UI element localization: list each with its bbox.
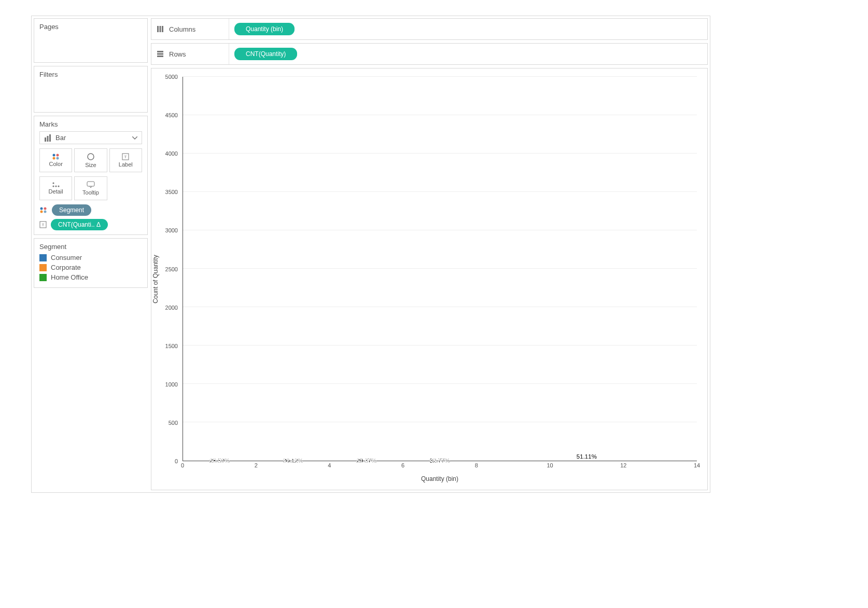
bar-label: 50.95%: [209, 458, 230, 464]
mark-type-label: Bar: [55, 134, 66, 142]
x-axis-title: Quantity (bin): [183, 475, 697, 482]
x-tick-label: 6: [401, 462, 404, 468]
svg-text:T: T: [124, 155, 127, 159]
legend-item[interactable]: Consumer: [39, 254, 142, 261]
columns-icon: [157, 25, 164, 33]
y-tick-label: 3500: [165, 189, 178, 195]
pages-title: Pages: [39, 23, 142, 31]
detail-icon: [52, 182, 60, 187]
svg-point-15: [40, 208, 43, 210]
bar-label: 49.92%: [430, 458, 450, 464]
bar-label: 51.96%: [356, 458, 376, 464]
detail-button-label: Detail: [49, 188, 63, 195]
tooltip-button-label: Tooltip: [82, 189, 99, 196]
size-icon: [87, 153, 95, 161]
svg-rect-14: [87, 182, 94, 186]
legend-label: Corporate: [51, 264, 81, 271]
label-icon: T: [39, 221, 47, 228]
size-button-label: Size: [85, 162, 96, 168]
color-button[interactable]: Color: [39, 148, 72, 172]
svg-rect-24: [157, 51, 163, 52]
tooltip-icon: [87, 181, 95, 188]
x-tick-label: 4: [328, 462, 331, 468]
svg-point-4: [56, 154, 59, 157]
color-icon: [39, 207, 48, 213]
rows-pill[interactable]: CNT(Quantity): [234, 48, 297, 60]
svg-point-11: [52, 185, 54, 187]
legend-label: Consumer: [51, 254, 82, 261]
x-tick-label: 0: [181, 462, 184, 468]
svg-point-16: [44, 208, 47, 210]
y-tick-label: 4500: [165, 112, 178, 118]
y-tick-label: 2500: [165, 266, 178, 272]
svg-point-12: [55, 185, 57, 187]
x-tick-label: 10: [547, 462, 553, 468]
size-button[interactable]: Size: [74, 148, 107, 172]
mark-type-select[interactable]: Bar: [39, 131, 142, 144]
legend-swatch: [39, 274, 47, 281]
legend-swatch: [39, 264, 47, 271]
legend-card: Segment ConsumerCorporateHome Office: [34, 238, 148, 288]
color-shelf-pill[interactable]: Segment: [52, 204, 91, 216]
svg-point-5: [52, 157, 55, 160]
svg-rect-25: [157, 53, 163, 55]
svg-point-7: [88, 154, 94, 160]
legend-swatch: [39, 254, 47, 261]
rows-shelf[interactable]: Rows CNT(Quantity): [151, 43, 708, 65]
tooltip-button[interactable]: Tooltip: [74, 176, 107, 200]
svg-rect-2: [49, 134, 51, 142]
chart-viewport[interactable]: Count of Quantity Quantity (bin) 0500100…: [151, 68, 708, 490]
x-tick-label: 12: [620, 462, 626, 468]
y-tick-label: 1000: [165, 381, 178, 388]
bar-label: 52.96%: [283, 458, 303, 464]
svg-rect-1: [47, 136, 49, 142]
svg-text:T: T: [42, 223, 45, 227]
rows-shelf-label: Rows: [169, 50, 186, 58]
y-tick-label: 500: [169, 420, 178, 426]
marks-card: Marks Bar Color: [34, 116, 148, 235]
svg-rect-23: [162, 26, 163, 32]
svg-rect-26: [157, 56, 163, 57]
y-tick-label: 5000: [165, 74, 178, 80]
svg-rect-0: [45, 137, 46, 142]
svg-point-10: [52, 182, 54, 184]
chevron-down-icon: [132, 136, 137, 140]
svg-point-18: [44, 211, 47, 213]
legend-item[interactable]: Home Office: [39, 273, 142, 281]
marks-title: Marks: [39, 120, 142, 128]
svg-point-13: [58, 185, 59, 187]
filters-card[interactable]: Filters: [34, 66, 148, 113]
label-button[interactable]: T Label: [109, 148, 142, 172]
svg-point-3: [52, 154, 55, 157]
label-button-label: Label: [119, 161, 133, 168]
color-icon: [52, 154, 60, 160]
legend-title: Segment: [39, 243, 142, 251]
x-tick-label: 14: [694, 462, 700, 468]
pages-card[interactable]: Pages: [34, 18, 148, 63]
svg-rect-22: [160, 26, 161, 32]
detail-button[interactable]: Detail: [39, 176, 72, 200]
label-icon: T: [122, 153, 129, 160]
rows-icon: [157, 50, 164, 58]
y-tick-label: 3000: [165, 227, 178, 233]
label-shelf-pill[interactable]: CNT(Quanti.. Δ: [51, 219, 108, 230]
filters-title: Filters: [39, 71, 142, 78]
y-tick-label: 1500: [165, 343, 178, 349]
svg-rect-21: [157, 26, 159, 32]
x-tick-label: 2: [255, 462, 258, 468]
columns-shelf[interactable]: Columns Quantity (bin): [151, 18, 708, 40]
color-button-label: Color: [49, 161, 63, 167]
columns-shelf-label: Columns: [169, 25, 195, 33]
svg-point-6: [56, 157, 59, 160]
y-tick-label: 4000: [165, 150, 178, 157]
bar-label: 51.11%: [577, 453, 597, 461]
svg-point-17: [40, 211, 43, 213]
bar-icon: [44, 134, 51, 142]
y-tick-label: 0: [175, 458, 178, 464]
columns-pill[interactable]: Quantity (bin): [234, 23, 295, 35]
legend-item[interactable]: Corporate: [39, 264, 142, 271]
legend-label: Home Office: [51, 273, 88, 281]
x-tick-label: 8: [475, 462, 478, 468]
y-tick-label: 2000: [165, 305, 178, 311]
